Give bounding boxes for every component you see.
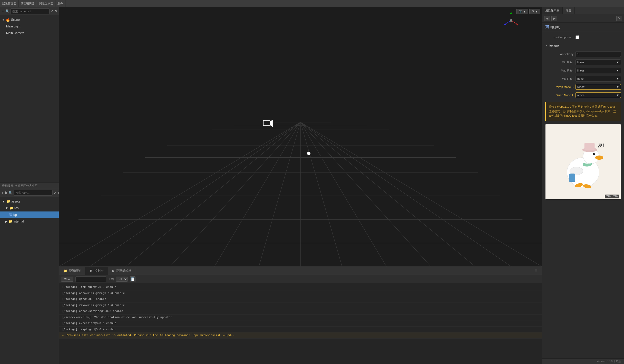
svg-point-40 [594, 153, 594, 154]
file-type-icon: 🖼 [545, 25, 549, 29]
left-panel: + 🔍 ⤢ ↻ ▼ 🔥 Scene Main Light Main Camera [0, 7, 59, 364]
top-bar-animation-label: 动画编辑器 [21, 2, 35, 5]
search-button-scene[interactable]: 🔍 [5, 8, 9, 14]
nav-back-button[interactable]: ◀ [544, 16, 550, 21]
right-nav: ◀ ▶ ✕ [542, 14, 624, 23]
clear-console-button[interactable]: Clear [61, 277, 73, 282]
filter-file-button[interactable]: 📄 [130, 276, 135, 282]
assets-label: assets [11, 200, 20, 203]
tab-animation[interactable]: ▶ 动画编辑器 [108, 267, 136, 275]
main-layout: + 🔍 ⤢ ↻ ▼ 🔥 Scene Main Light Main Camera [0, 7, 624, 364]
wrap-mode-s-select[interactable]: repeat ▼ [576, 84, 621, 90]
svg-rect-42 [584, 143, 595, 150]
wrap-mode-s-label: Wrap Mode S [545, 85, 573, 88]
texture-section-label: texture [549, 44, 559, 47]
viewport-toolbar: 📷 ▼ ⚙ ▼ [516, 9, 540, 14]
wrap-mode-t-select[interactable]: repeat ▼ [576, 92, 621, 98]
top-bar-section-services[interactable]: 服务 [55, 0, 65, 7]
console-panel: 📁 资源预览 🖥 控制台 ▶ 动画编辑器 ☰ Clear 正则 [59, 267, 542, 364]
top-bar-section-animation[interactable]: 动画编辑器 [18, 0, 37, 7]
mag-filter-value: linear [577, 69, 584, 72]
anisotropy-value[interactable]: 1 [576, 51, 621, 57]
assets-folder-icon: 📁 [6, 199, 10, 203]
add-node-button[interactable]: + [2, 8, 4, 14]
tab-console[interactable]: 🖥 控制台 [85, 267, 108, 275]
console-menu-button[interactable]: ☰ [531, 267, 542, 275]
console-label: 控制台 [94, 269, 104, 273]
scene-hierarchy-panel: + 🔍 ⤢ ↻ ▼ 🔥 Scene Main Light Main Camera [0, 7, 59, 183]
search-button-assets[interactable]: 🔍 [8, 190, 13, 196]
tab-services[interactable]: 服务 [563, 7, 575, 14]
scene-root-item[interactable]: ▼ 🔥 Scene [0, 16, 59, 23]
mip-filter-select[interactable]: none ▼ [576, 76, 621, 82]
internal-arrow: ▶ [5, 220, 7, 223]
anisotropy-label: Anisotropy [545, 53, 573, 56]
anisotropy-row: Anisotropy 1 [545, 50, 621, 58]
svg-point-34 [510, 19, 512, 22]
min-filter-value: linear [577, 61, 584, 64]
warning-text: Browserslist: caniuse-lite is outdated. … [66, 334, 236, 337]
refresh-scene-button[interactable]: ↻ [54, 8, 57, 14]
expand-assets-button[interactable]: ⤢ [54, 190, 56, 196]
svg-marker-33 [504, 23, 506, 25]
texture-section-header[interactable]: ▼ texture [545, 42, 621, 49]
console-toolbar: Clear 正则 all 📄 [59, 275, 542, 283]
console-line-warning: ⚠ Browserslist: caniuse-lite is outdated… [59, 332, 542, 339]
scene-tree: ▼ 🔥 Scene Main Light Main Camera [0, 15, 59, 37]
res-folder-icon: 📁 [9, 206, 13, 210]
scene-root-arrow: ▼ [2, 18, 5, 21]
nav-forward-button[interactable]: ▶ [551, 16, 557, 21]
scene-item-main-camera[interactable]: Main Camera [0, 30, 59, 36]
top-bar-section-hierarchy[interactable]: 层级管理器 [0, 0, 18, 7]
console-filter-input[interactable] [75, 276, 106, 282]
use-compress-row: useCompress... [545, 33, 621, 41]
mip-filter-arrow: ▼ [616, 77, 619, 80]
scene-toolbar: + 🔍 ⤢ ↻ [0, 7, 59, 15]
sort-button[interactable]: ⇅ [5, 190, 7, 196]
asset-item-assets[interactable]: ▼ 📁 assets [0, 198, 59, 205]
add-asset-button[interactable]: + [2, 190, 4, 196]
use-compress-checkbox[interactable] [576, 35, 579, 39]
scene-search-input[interactable] [11, 8, 50, 14]
console-line: [Package] vivo-mini-game@1.0.0 enable [59, 302, 542, 309]
svg-rect-47 [569, 174, 575, 181]
scene-item-main-light[interactable]: Main Light [0, 23, 59, 30]
use-compress-label: useCompress... [545, 36, 573, 39]
search-hint-text: 模糊搜索; 名称不区分大小写 [2, 184, 37, 187]
console-line: [Package] link-sure@1.0.0 enable [59, 284, 542, 290]
assets-preview-label: 资源预览 [69, 269, 81, 273]
mag-filter-arrow: ▼ [616, 69, 619, 72]
settings-icon: ⚙ [532, 10, 534, 13]
camera-select-button[interactable]: 📷 ▼ [516, 9, 528, 14]
wrap-mode-t-value: repeat [577, 94, 585, 97]
bg-file-icon: 🖼 [9, 213, 12, 217]
asset-item-res[interactable]: ▼ 📁 res [0, 205, 59, 211]
refresh-assets-button[interactable]: ↻ [57, 190, 59, 196]
camera-icon: 📷 [519, 10, 522, 13]
top-bar: 层级管理器 动画编辑器 属性显示器 服务 [0, 0, 624, 7]
min-filter-select[interactable]: linear ▼ [576, 59, 621, 65]
tab-inspector[interactable]: 属性显示器 [542, 7, 563, 14]
animation-label: 动画编辑器 [116, 269, 132, 273]
asset-item-internal[interactable]: ▶ 📁 internal [0, 218, 59, 225]
main-camera-label: Main Camera [6, 31, 25, 35]
tab-assets-preview[interactable]: 📁 资源预览 [59, 267, 85, 275]
viewport-settings-button[interactable]: ⚙ ▼ [529, 9, 540, 14]
nav-close-button[interactable]: ✕ [616, 16, 622, 21]
right-panel: 属性显示器 服务 ◀ ▶ ✕ 🖼 bg.jpeg useCompress... … [542, 7, 624, 364]
top-bar-section-properties[interactable]: 属性显示器 [37, 0, 55, 7]
mag-filter-select[interactable]: linear ▼ [576, 68, 621, 73]
filter-select[interactable]: all [116, 277, 128, 282]
min-filter-arrow: ▼ [616, 61, 619, 64]
scene-root-icon: 🔥 [6, 18, 10, 22]
expand-scene-button[interactable]: ⤢ [51, 8, 53, 14]
assets-search-input[interactable] [14, 190, 53, 196]
texture-arrow-icon: ▼ [545, 44, 548, 47]
center-panel: 📷 ▼ ⚙ ▼ 📁 资源预览 🖥 控制台 [59, 7, 542, 364]
viewport[interactable]: 📷 ▼ ⚙ ▼ [59, 7, 542, 267]
min-filter-row: Min Filter linear ▼ [545, 58, 621, 66]
top-bar-properties-label: 属性显示器 [39, 2, 53, 5]
asset-item-bg[interactable]: 🖼 bg [0, 211, 59, 218]
console-line: [vscode-workflow]: The declaration of cc… [59, 315, 542, 321]
settings-dropdown-arrow: ▼ [535, 10, 538, 13]
